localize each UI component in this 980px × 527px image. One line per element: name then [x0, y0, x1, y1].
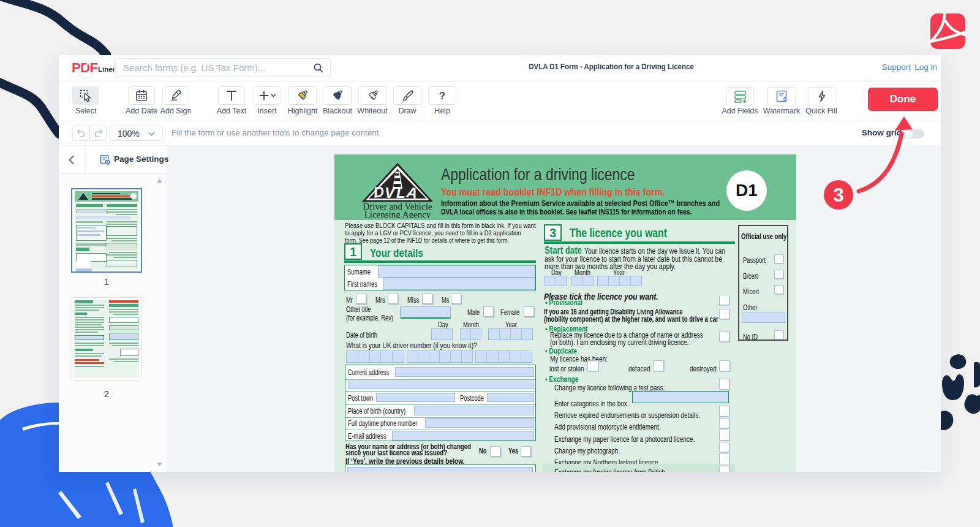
svg-text:V: V: [385, 184, 396, 201]
svg-text:3: 3: [833, 184, 843, 206]
svg-text:Licensing Agency: Licensing Agency: [364, 210, 431, 218]
svg-text:?: ?: [439, 90, 445, 102]
svg-text:L: L: [396, 184, 405, 201]
